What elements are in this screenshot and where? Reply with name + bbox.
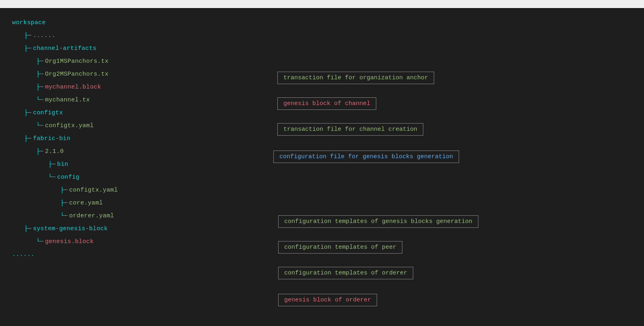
ann-config-template-genesis: configuration templates of genesis block… [278,215,478,228]
tree-item-config-configtx: ├─ configtx.yaml [12,184,632,196]
tree-text-channel-artifacts: channel-artifacts [33,45,96,52]
tree-text-configtx: configtx [33,109,63,116]
diagram-area: workspace├─ ......├─ channel-artifacts├─… [12,16,632,314]
tree-text-orderer-yaml: orderer.yaml [69,213,114,219]
ann-tx-channel: transaction file for channel creation [277,123,423,136]
tree-item-org1anchors: ├─ Org1MSPanchors.tx [12,55,632,68]
tree-item-dots1: ├─ ...... [12,29,632,42]
page-title [0,0,644,8]
ann-config-genesis: configuration file for genesis blocks ge… [273,151,459,163]
ann-config-orderer: configuration templates of orderer [278,267,413,279]
ann-genesis-channel: genesis block of channel [277,97,376,110]
ann-org-anchor: transaction file for organization anchor [277,72,434,84]
ann-genesis-orderer: genesis block of orderer [278,294,377,306]
tree-text-config-configtx: configtx.yaml [69,187,118,194]
tree-text-fabric-bin: fabric-bin [33,135,70,142]
tree-item-core-yaml: ├─ core.yaml [12,196,632,209]
tree-text-dots2: ...... [12,251,35,258]
tree-text-config: config [57,174,80,181]
tree-text-org2anchors: Org2MSPanchors.tx [45,71,109,78]
tree-item-channel-artifacts: ├─ channel-artifacts [12,42,632,55]
page-container: workspace├─ ......├─ channel-artifacts├─… [0,0,644,326]
tree-text-genesis-block: genesis.block [45,238,94,245]
tree-item-config: └─ config [12,171,632,184]
tree-text-mychannel-tx: mychannel.tx [45,97,90,103]
tree-text-dots1: ...... [33,32,55,39]
ann-config-peer: configuration templates of peer [278,241,402,254]
tree-text-org1anchors: Org1MSPanchors.tx [45,58,109,65]
tree-text-core-yaml: core.yaml [69,200,103,206]
tree-text-configtx-yaml: configtx.yaml [45,122,94,129]
tree-text-system-genesis-block: system-genesis-block [33,225,108,232]
tree-text-mychannel-block: mychannel.block [45,84,101,91]
tree-text-2-1-0: 2.1.0 [45,148,64,155]
tree-text-workspace: workspace [12,19,46,26]
tree-text-bin: bin [57,161,68,168]
tree-item-workspace: workspace [12,16,632,29]
